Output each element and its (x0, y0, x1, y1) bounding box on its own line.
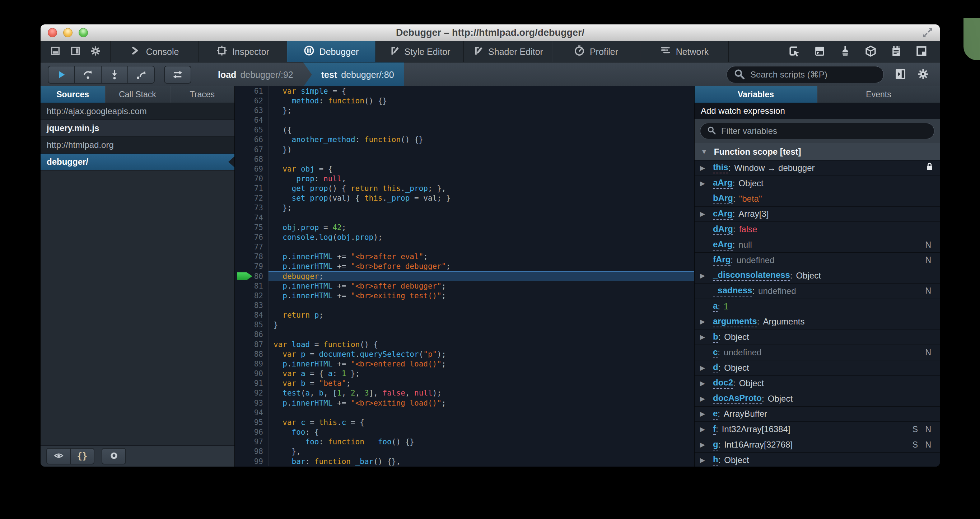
source-item[interactable]: debugger/ (41, 154, 234, 170)
variable-value[interactable]: Object (796, 271, 821, 281)
variable-name[interactable]: eArg (713, 239, 733, 250)
variable-name[interactable]: dArg (713, 224, 733, 235)
code-line[interactable]: 85} (235, 320, 694, 330)
code-line[interactable]: 61 var simple = { (235, 86, 694, 96)
code-line[interactable]: 89 p.innerHTML += "<br>entered load()"; (235, 359, 694, 369)
variable-name[interactable]: docAsProto (713, 393, 762, 404)
line-number[interactable]: 88 (235, 349, 269, 359)
script-search-input[interactable] (749, 69, 877, 80)
dock-side-icon[interactable] (70, 46, 81, 58)
code-line[interactable]: 76 console.log(obj.prop); (235, 232, 694, 242)
code-line[interactable]: 74 (235, 213, 694, 223)
add-watch-expression[interactable]: Add watch expression (695, 103, 940, 119)
variable-name[interactable]: _sadness (713, 285, 752, 296)
code-line[interactable]: 80 debugger; (235, 271, 694, 281)
variable-name[interactable]: h (713, 454, 718, 465)
code-line[interactable]: 84 return p; (235, 310, 694, 320)
resume-button[interactable] (48, 67, 75, 83)
code-line[interactable]: 77 (235, 242, 694, 252)
code-line[interactable]: 99 bar: function _bar() {}, (235, 457, 694, 466)
close-window-button[interactable] (48, 28, 57, 37)
sidebar-tab-call-stack[interactable]: Call Stack (105, 86, 170, 103)
sidebar-tab-sources[interactable]: Sources (41, 86, 105, 103)
blackbox-source-button[interactable] (47, 449, 71, 464)
line-number[interactable]: 66 (235, 135, 269, 145)
code-line[interactable]: 70 _prop: null, (235, 174, 694, 183)
line-number[interactable]: 91 (235, 379, 269, 388)
variable-value[interactable]: Object (738, 178, 763, 188)
variable-value[interactable]: Object (724, 363, 749, 373)
code-line[interactable]: 88 var p = document.querySelector("p"); (235, 349, 694, 359)
line-number[interactable]: 98 (235, 447, 269, 457)
variable-row[interactable]: c:undefinedN (695, 345, 940, 360)
variable-name[interactable]: a (713, 301, 718, 312)
expander-arrow-icon[interactable]: ▶ (700, 410, 713, 418)
line-number[interactable]: 94 (235, 408, 269, 417)
line-number[interactable]: 61 (235, 86, 269, 96)
expander-arrow-icon[interactable]: ▶ (700, 318, 713, 326)
variable-row[interactable]: ▶docAsProto:Object (695, 391, 940, 407)
paintbrush-icon[interactable] (839, 45, 851, 59)
variable-value[interactable]: Object (724, 332, 749, 342)
variable-value[interactable]: undefined (724, 347, 761, 358)
split-console-icon[interactable] (814, 45, 826, 59)
tab-style-editor[interactable]: Style Editor (375, 41, 464, 62)
line-number[interactable]: 62 (235, 96, 269, 105)
variable-name[interactable]: b (713, 332, 718, 343)
dock-bottom-icon[interactable] (50, 46, 60, 58)
source-group[interactable]: http://htmlpad.org (41, 137, 234, 154)
breadcrumb-frame[interactable]: testdebugger/:80 (303, 62, 404, 87)
line-number[interactable]: 83 (235, 301, 269, 310)
variable-row[interactable]: ▶this:Window → debugger (695, 161, 940, 176)
pretty-print-button[interactable]: {} (71, 449, 94, 464)
variable-row[interactable]: ▶h:Object (695, 452, 940, 466)
line-number[interactable]: 99 (235, 457, 269, 466)
code-line[interactable]: 81 p.innerHTML += "<br>after debugger"; (235, 281, 694, 291)
line-number[interactable]: 68 (235, 154, 269, 164)
line-number[interactable]: 63 (235, 105, 269, 115)
code-line[interactable]: 87var load = function() { (235, 339, 694, 349)
code-line[interactable]: 75 obj.prop = 42; (235, 223, 694, 232)
variable-name[interactable]: doc2 (713, 377, 733, 389)
source-group[interactable]: http://ajax.googleapis.com (41, 103, 234, 120)
variable-row[interactable]: ▶doc2:Object (695, 376, 940, 391)
variable-value[interactable]: Int16Array[32768] (724, 440, 792, 450)
variable-value[interactable]: undefined (758, 286, 796, 296)
scratchpad-icon[interactable] (890, 45, 902, 59)
variable-row[interactable]: ▶f:Int32Array[16384]S N (695, 422, 940, 437)
line-number[interactable]: 85 (235, 320, 269, 330)
code-line[interactable]: 90 var a = { a: 1 }; (235, 369, 694, 379)
line-number[interactable]: 96 (235, 427, 269, 437)
line-number[interactable]: 92 (235, 388, 269, 398)
variable-row[interactable]: ▶d:Object (695, 360, 940, 376)
panel-tab-variables[interactable]: Variables (695, 86, 818, 103)
step-out-button[interactable] (128, 67, 154, 83)
code-line[interactable]: 91 var b = "beta"; (235, 379, 694, 388)
variable-value[interactable]: undefined (737, 255, 774, 265)
tab-profiler[interactable]: Profiler (552, 41, 640, 62)
code-line[interactable]: 92 test(a, b, [1, 2, 3], false, null); (235, 388, 694, 398)
toolbox-settings-gear-icon[interactable] (90, 46, 101, 58)
line-number[interactable]: 70 (235, 174, 269, 183)
code-line[interactable]: 68 (235, 154, 694, 164)
line-number[interactable]: 77 (235, 242, 269, 252)
line-number[interactable]: 69 (235, 164, 269, 174)
tracer-toggle-button[interactable] (165, 67, 191, 83)
variable-value[interactable]: false (739, 224, 757, 234)
code-line[interactable]: 73 }; (235, 203, 694, 213)
line-number[interactable]: 84 (235, 310, 269, 320)
variable-row[interactable]: fArg:undefinedN (695, 253, 940, 268)
line-number[interactable]: 76 (235, 232, 269, 242)
variable-row[interactable]: ▶arguments:Arguments (695, 314, 940, 330)
variable-row[interactable]: ▶g:Int16Array[32768]S N (695, 437, 940, 452)
code-line[interactable]: 71 get prop() { return this._prop; }, (235, 184, 694, 193)
line-number[interactable]: 74 (235, 213, 269, 223)
line-number[interactable]: 72 (235, 193, 269, 203)
variable-value[interactable]: Arguments (763, 317, 805, 326)
source-editor[interactable]: 61 var simple = {62 method: function() {… (235, 86, 694, 466)
scope-header[interactable]: ▼ Function scope [test] (695, 143, 940, 161)
variable-row[interactable]: dArg:false (695, 222, 940, 237)
variable-name[interactable]: c (713, 347, 718, 358)
expander-arrow-icon[interactable]: ▶ (700, 364, 713, 372)
expander-arrow-icon[interactable]: ▶ (700, 441, 713, 449)
